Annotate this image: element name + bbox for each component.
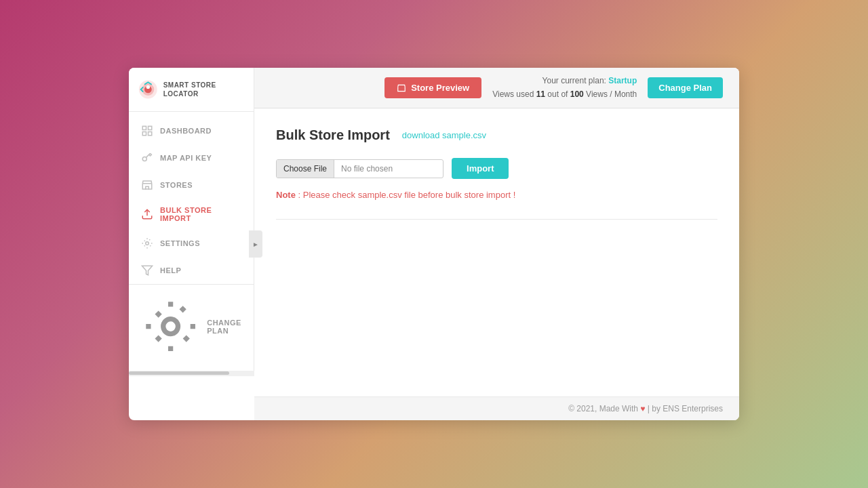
gear-settings-icon — [141, 297, 200, 356]
footer: © 2021, Made With ♥ | by ENS Enterprises — [254, 396, 739, 420]
main-area: Store Preview Your current plan: Startup… — [254, 68, 739, 420]
sidebar-item-settings-label: SETTINGS — [160, 239, 200, 247]
file-input-wrapper: Choose File No file chosen — [276, 159, 443, 178]
svg-point-10 — [146, 242, 149, 245]
file-import-row: Choose File No file chosen Import — [276, 158, 717, 179]
choose-file-button[interactable]: Choose File — [277, 160, 334, 178]
sidebar-collapse-button[interactable]: ► — [249, 230, 262, 258]
help-icon — [141, 264, 153, 277]
content-divider — [276, 219, 717, 220]
sidebar-nav: DASHBOARD MAP API KEY STORES — [129, 112, 254, 284]
main-content: Bulk Store Import download sample.csv Ch… — [254, 108, 739, 396]
note-text: Note : Please check sample.csv file befo… — [276, 190, 717, 200]
sidebar-logo: SMART STORE LOCATOR — [129, 68, 254, 112]
svg-point-12 — [163, 319, 178, 334]
views-out-of: out of — [547, 89, 570, 99]
svg-marker-11 — [142, 266, 153, 275]
upload-icon — [141, 208, 153, 220]
sidebar-item-bulk-store-import-label: BULK STORE IMPORT — [160, 206, 241, 222]
sidebar-item-help-label: HELP — [160, 266, 181, 274]
svg-rect-6 — [142, 132, 146, 136]
svg-point-3 — [146, 85, 150, 89]
page-title: Bulk Store Import — [276, 127, 390, 143]
sidebar-item-settings[interactable]: SETTINGS — [129, 230, 254, 257]
note-label: Note — [276, 190, 296, 200]
store-icon — [141, 179, 153, 191]
sidebar-item-map-api-key[interactable]: MAP API KEY — [129, 144, 254, 171]
heart-icon: ♥ — [640, 404, 645, 413]
sidebar-item-change-plan[interactable]: CHANGE PLAN — [141, 293, 241, 360]
note-content: : Please check sample.csv file before bu… — [298, 190, 516, 200]
file-name-display: No file chosen — [334, 160, 443, 178]
views-unit: Views / Month — [586, 89, 637, 99]
app-logo-icon — [138, 79, 158, 100]
change-plan-button[interactable]: Change Plan — [648, 77, 723, 98]
import-button[interactable]: Import — [452, 158, 509, 179]
shop-icon — [397, 83, 406, 93]
app-name: SMART STORE LOCATOR — [163, 81, 244, 98]
svg-point-8 — [142, 157, 146, 161]
sidebar-scrollbar-thumb — [129, 371, 229, 375]
svg-rect-5 — [149, 126, 152, 129]
plan-info: Your current plan: Startup Views used 11… — [492, 75, 637, 100]
header-center: Store Preview Your current plan: Startup… — [384, 75, 723, 100]
footer-suffix: | by ENS Enterprises — [648, 404, 723, 413]
plan-label: Your current plan: — [542, 76, 606, 85]
header: Store Preview Your current plan: Startup… — [254, 68, 739, 108]
svg-rect-4 — [142, 126, 146, 129]
download-sample-link[interactable]: download sample.csv — [402, 130, 486, 140]
views-total: 100 — [570, 89, 584, 99]
settings-icon — [141, 237, 153, 249]
svg-rect-7 — [149, 132, 152, 136]
sidebar-item-stores[interactable]: STORES — [129, 171, 254, 199]
sidebar-item-stores-label: STORES — [160, 181, 193, 189]
views-label: Views used — [492, 89, 536, 99]
store-preview-label: Store Preview — [411, 83, 469, 93]
change-plan-nav-label: CHANGE PLAN — [207, 319, 241, 335]
sidebar-item-help[interactable]: HELP — [129, 257, 254, 284]
sidebar-bottom: CHANGE PLAN — [129, 284, 254, 371]
views-used: 11 — [536, 89, 545, 99]
sidebar-scrollbar[interactable] — [129, 371, 254, 376]
sidebar-item-dashboard-label: DASHBOARD — [160, 127, 212, 135]
footer-text: © 2021, Made With — [568, 404, 638, 413]
key-icon — [141, 152, 153, 164]
sidebar-item-map-api-key-label: MAP API KEY — [160, 154, 212, 162]
store-preview-button[interactable]: Store Preview — [384, 77, 481, 98]
sidebar-item-bulk-store-import[interactable]: BULK STORE IMPORT — [129, 199, 254, 230]
grid-icon — [141, 125, 153, 137]
sidebar-item-dashboard[interactable]: DASHBOARD — [129, 117, 254, 144]
plan-name: Startup — [608, 76, 637, 85]
page-title-row: Bulk Store Import download sample.csv — [276, 127, 717, 143]
